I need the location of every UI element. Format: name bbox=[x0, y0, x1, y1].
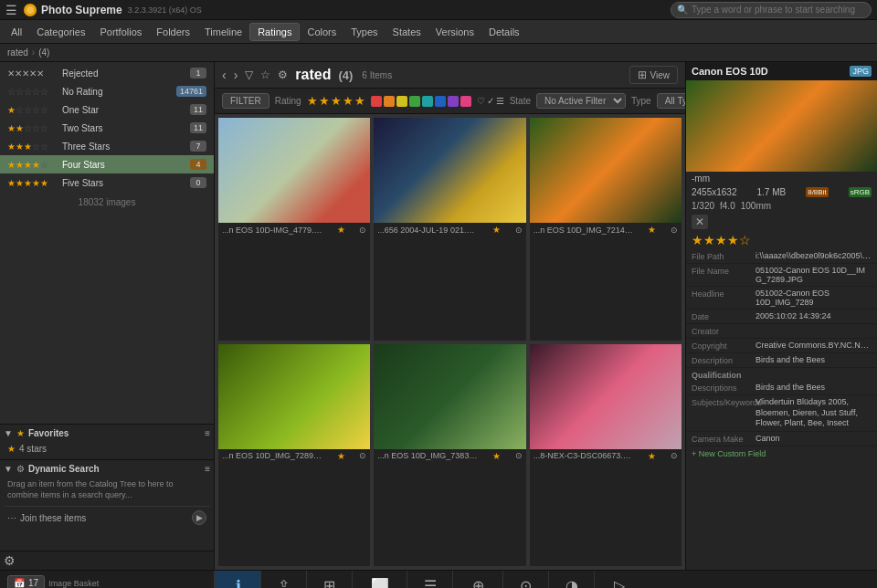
tool-details[interactable]: ☰ Details bbox=[407, 571, 452, 588]
nav-item-folders[interactable]: Folders bbox=[149, 24, 197, 40]
image-caption-3: ...n EOS 10D_IMG_7214.JPG ★ ⊙ bbox=[530, 223, 682, 236]
bookmark-icon[interactable]: ☆ bbox=[260, 68, 270, 81]
breadcrumb: rated › (4) bbox=[0, 44, 877, 62]
nav-item-versions[interactable]: Versions bbox=[428, 24, 481, 40]
rp-description-label: Description bbox=[692, 355, 755, 365]
favorites-menu-icon[interactable]: ≡ bbox=[205, 428, 210, 438]
list-item[interactable]: ...8-NEX-C3-DSC06673.ARW ★ ⊙ bbox=[530, 344, 682, 567]
image-filename-3: ...n EOS 10D_IMG_7214.JPG bbox=[534, 226, 634, 235]
hamburger-icon[interactable]: ☰ bbox=[5, 3, 17, 17]
filter-rating-label: Rating bbox=[275, 96, 301, 106]
settings-icon[interactable]: ⚙ bbox=[4, 553, 16, 568]
image-flag-5[interactable]: ⊙ bbox=[515, 451, 523, 460]
search-icon: 🔍 bbox=[677, 5, 688, 15]
rp-descriptions-label: Descriptions bbox=[692, 383, 755, 393]
favorites-arrow-icon[interactable]: ▼ bbox=[4, 428, 13, 438]
batch-icon: ⊞ bbox=[323, 577, 335, 589]
image-caption-4: ...n EOS 10D_IMG_7289.JPG ★ ⊙ bbox=[218, 449, 370, 463]
image-caption-5: ...n EOS 10D_IMG_7383.JPG ★ ⊙ bbox=[374, 449, 525, 463]
rp-subjects-row: Subjects/Keywords Vlindertuin Blüdays 20… bbox=[686, 395, 877, 432]
bottom-bar: 📅 17 Image Basket ◻ Activity (no process… bbox=[0, 570, 877, 588]
tool-light-table[interactable]: ⬜ Light Table bbox=[352, 571, 407, 588]
rp-field-copyright: Copyright Creative Commons.BY.NC.ND © Al… bbox=[686, 339, 877, 353]
nav-item-categories[interactable]: Categories bbox=[29, 24, 92, 40]
image-flag-3[interactable]: ⊙ bbox=[671, 226, 678, 235]
list-item[interactable]: ...656 2004-JUL-19 021.JPG ★ ⊙ bbox=[374, 118, 525, 341]
nav-item-timeline[interactable]: Timeline bbox=[197, 24, 249, 40]
filter-type-select[interactable]: All Types bbox=[657, 93, 685, 109]
rp-exposure-row: 1/320 f4.0 100mm bbox=[686, 199, 877, 213]
rp-close-icon[interactable]: ✕ bbox=[692, 215, 708, 229]
image-filename-1: ...n EOS 10D-IMG_4779.JPG bbox=[222, 226, 322, 235]
nav-item-portfolios[interactable]: Portfolios bbox=[92, 24, 149, 40]
bottom-tools: ℹ Info ⇪ Share ⊞ Batch ⬜ Light Table ☰ D… bbox=[215, 571, 877, 588]
color-orange[interactable] bbox=[384, 96, 395, 107]
rp-add-field[interactable]: + New Custom Field bbox=[686, 446, 877, 461]
list-item[interactable]: ...n EOS 10D_IMG_7214.JPG ★ ⊙ bbox=[530, 118, 682, 341]
image-thumb-4 bbox=[218, 344, 370, 449]
image-flag-6[interactable]: ⊙ bbox=[671, 451, 678, 460]
list-item[interactable]: ...n EOS 10D_IMG_7383.JPG ★ ⊙ bbox=[374, 344, 525, 567]
sidebar-item-rejected[interactable]: ✕✕✕✕✕ Rejected 1 bbox=[0, 64, 214, 82]
sidebar-item-four-stars[interactable]: ★★★★☆ Four Stars 4 bbox=[0, 155, 214, 173]
tool-labels[interactable]: ⊙ Labels bbox=[502, 571, 548, 588]
nav-back-button[interactable]: ‹ bbox=[222, 68, 227, 82]
sidebar-item-one-star[interactable]: ★☆☆☆☆ One Star 11 bbox=[0, 100, 214, 119]
tool-adjust[interactable]: ◑ Adjust bbox=[548, 571, 594, 588]
view-button[interactable]: ⊞ View bbox=[629, 66, 679, 84]
nav-item-states[interactable]: States bbox=[386, 24, 428, 40]
list-item[interactable]: ...n EOS 10D-IMG_4779.JPG ★ ⊙ bbox=[218, 118, 370, 341]
tool-share[interactable]: ⇪ Share bbox=[260, 571, 306, 588]
rp-size: 1.7 MB bbox=[757, 187, 787, 197]
color-yellow[interactable] bbox=[396, 96, 407, 107]
image-flag-2[interactable]: ⊙ bbox=[515, 226, 523, 235]
list-item[interactable]: ...n EOS 10D_IMG_7289.JPG ★ ⊙ bbox=[218, 344, 370, 567]
dynasearch-arrow-icon[interactable]: ▼ bbox=[4, 464, 13, 474]
color-pink[interactable] bbox=[460, 96, 471, 107]
sidebar-item-two-stars[interactable]: ★★☆☆☆ Two Stars 11 bbox=[0, 119, 214, 137]
sidebar-item-five-stars[interactable]: ★★★★★ Five Stars 0 bbox=[0, 173, 214, 192]
date-button[interactable]: 📅 17 bbox=[7, 575, 45, 588]
filter-state-select[interactable]: No Active Filter bbox=[536, 93, 626, 109]
tool-geo-tag[interactable]: ⊕ GEO Tag bbox=[452, 571, 502, 588]
rp-model-bar: Canon EOS 10D JPG bbox=[686, 62, 877, 80]
join-icon: ⋯ bbox=[7, 513, 16, 523]
nav-item-ratings[interactable]: Ratings bbox=[249, 23, 300, 41]
color-red[interactable] bbox=[371, 96, 382, 107]
tool-preview[interactable]: ▷ Preview bbox=[594, 571, 644, 588]
content-subtitle: 6 Items bbox=[362, 70, 392, 80]
favorites-item[interactable]: ★ 4 stars bbox=[4, 442, 210, 456]
join-play-button[interactable]: ▶ bbox=[192, 510, 206, 525]
rp-thumb bbox=[686, 80, 877, 172]
rp-dims: 2455x1632 bbox=[692, 187, 737, 197]
color-blue[interactable] bbox=[435, 96, 446, 107]
rp-field-filepath: File Path i:\\aaaze\\dbeze0l9ok6c2005\\1… bbox=[686, 249, 877, 264]
filter-icon[interactable]: ▽ bbox=[245, 68, 253, 81]
nav-item-details[interactable]: Details bbox=[481, 24, 527, 40]
breadcrumb-item[interactable]: rated bbox=[7, 47, 28, 58]
search-input[interactable] bbox=[692, 5, 856, 15]
filter-button[interactable]: FILTER bbox=[222, 93, 269, 109]
nav-forward-button[interactable]: › bbox=[234, 68, 238, 82]
tool-info[interactable]: ℹ Info bbox=[215, 571, 260, 588]
filter-bar: FILTER Rating ★ ★ ★ ★ ★ ♡ ✓ bbox=[215, 89, 685, 114]
color-green[interactable] bbox=[409, 96, 420, 107]
sidebar-item-three-stars[interactable]: ★★★☆☆ Three Stars 7 bbox=[0, 137, 214, 155]
geo-tag-icon: ⊕ bbox=[472, 577, 484, 589]
gear-icon[interactable]: ⚙ bbox=[278, 68, 288, 81]
nav-item-all[interactable]: All bbox=[4, 24, 29, 40]
right-panel: Canon EOS 10D JPG -mm 2455x1632 1.7 MB 8… bbox=[685, 62, 877, 570]
dynasearch-menu-icon[interactable]: ≡ bbox=[205, 464, 210, 474]
rp-field-date: Date 2005:10:02 14:39:24 bbox=[686, 310, 877, 324]
image-flag-4[interactable]: ⊙ bbox=[359, 451, 366, 460]
color-purple[interactable] bbox=[448, 96, 459, 107]
top-bar: ☰ Photo Supreme 3.2.3.3921 (x64) OS 🔍 bbox=[0, 0, 877, 20]
image-flag-1[interactable]: ⊙ bbox=[359, 226, 366, 235]
color-cyan[interactable] bbox=[422, 96, 433, 107]
sidebar-item-no-rating[interactable]: ☆☆☆☆☆ No Rating 14761 bbox=[0, 82, 214, 100]
nav-item-types[interactable]: Types bbox=[343, 24, 385, 40]
rp-descriptions-row: Descriptions Birds and the Bees bbox=[686, 381, 877, 395]
rp-close-row: ✕ bbox=[686, 213, 877, 231]
tool-batch[interactable]: ⊞ Batch bbox=[306, 571, 352, 588]
nav-item-colors[interactable]: Colors bbox=[300, 24, 343, 40]
